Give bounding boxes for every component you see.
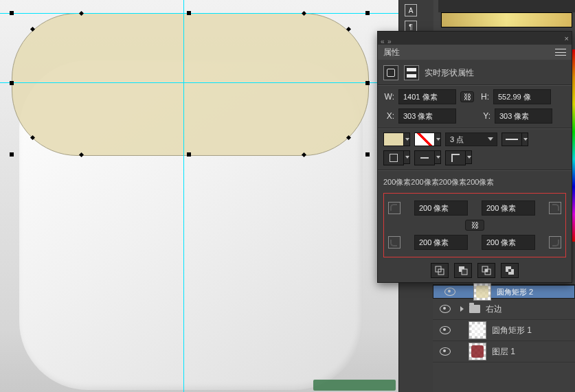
properties-tab[interactable]: 属性 xyxy=(378,45,572,60)
corner-br-icon[interactable] xyxy=(549,236,561,249)
visibility-eye-icon[interactable] xyxy=(444,288,455,296)
corner-tr-input[interactable] xyxy=(482,200,535,216)
width-label: W: xyxy=(383,92,394,102)
visibility-eye-icon[interactable] xyxy=(440,347,451,356)
layer-row[interactable]: 圆角矩形 1 xyxy=(433,320,575,341)
svg-rect-6 xyxy=(485,269,488,272)
close-icon[interactable]: × xyxy=(565,34,569,43)
corner-radii-summary: 200像素200像素200像素200像素 xyxy=(383,174,566,190)
layer-name: 圆角矩形 2 xyxy=(497,287,533,297)
link-radii-icon[interactable]: ⛓ xyxy=(465,220,484,231)
selection-handle[interactable] xyxy=(10,152,14,157)
layer-name: 圆角矩形 1 xyxy=(492,325,532,336)
selection-handle[interactable] xyxy=(365,152,370,157)
corner-bl-icon[interactable] xyxy=(388,236,401,249)
visibility-eye-icon[interactable] xyxy=(440,326,451,334)
gradient-preview xyxy=(438,0,575,28)
properties-panel: × 属性 实时形状属性 W: ⛓ H: X: Y: xyxy=(377,31,572,283)
collapse-left-icon[interactable] xyxy=(381,36,385,41)
stroke-weight-select[interactable] xyxy=(445,132,497,146)
stroke-swatch[interactable] xyxy=(414,132,441,146)
stroke-style-swatch[interactable] xyxy=(501,132,528,146)
height-input[interactable] xyxy=(493,89,551,104)
guide-vertical[interactable] xyxy=(183,0,184,392)
subtract-shapes-button[interactable] xyxy=(454,263,472,278)
gradient-bar[interactable] xyxy=(441,12,572,27)
corner-br-input[interactable] xyxy=(482,235,535,250)
stroke-weight-input[interactable] xyxy=(445,132,497,146)
guide-horizontal-mid[interactable] xyxy=(0,82,398,83)
properties-header: 实时形状属性 xyxy=(425,67,474,79)
selection-handle[interactable] xyxy=(365,11,370,15)
layer-row[interactable]: 图层 1 xyxy=(433,341,575,362)
layer-name: 图层 1 xyxy=(492,346,515,358)
selection-handle[interactable] xyxy=(187,152,191,157)
layer-thumbnail[interactable] xyxy=(469,321,486,339)
corner-radii-group: ⛓ xyxy=(383,193,566,257)
layer-thumbnail[interactable] xyxy=(473,283,491,301)
disclosure-triangle-icon[interactable] xyxy=(460,306,464,312)
shape-type-icon xyxy=(383,65,398,80)
combine-shapes-button[interactable] xyxy=(431,263,449,278)
link-wh-icon[interactable]: ⛓ xyxy=(460,91,474,102)
panel-menu-icon[interactable] xyxy=(555,49,566,56)
corner-tl-icon[interactable] xyxy=(388,202,401,214)
live-shape-icon xyxy=(404,65,419,80)
cap-style-button[interactable] xyxy=(414,150,441,165)
folder-icon xyxy=(469,305,480,313)
properties-tab-label: 属性 xyxy=(383,47,400,58)
y-label: Y: xyxy=(480,111,491,121)
height-label: H: xyxy=(478,92,489,102)
guide-horizontal-top[interactable] xyxy=(0,13,398,14)
selection-handle[interactable] xyxy=(187,11,191,15)
svg-rect-9 xyxy=(508,269,511,272)
corner-style-button[interactable] xyxy=(445,150,472,165)
collapse-right-icon[interactable] xyxy=(387,36,392,41)
intersect-shapes-button[interactable] xyxy=(477,263,495,278)
stroke-align-button[interactable] xyxy=(383,150,410,165)
corner-bl-input[interactable] xyxy=(414,235,468,250)
selection-handle[interactable] xyxy=(10,11,14,15)
corner-tl-input[interactable] xyxy=(414,200,468,216)
selection-handle[interactable] xyxy=(10,81,14,85)
canvas[interactable] xyxy=(0,0,398,392)
layers-panel: 圆角矩形 2右边圆角矩形 1图层 1 xyxy=(433,284,575,392)
fill-swatch[interactable] xyxy=(383,132,410,146)
x-input[interactable] xyxy=(398,108,456,124)
status-bar-fragment xyxy=(313,380,396,391)
layer-row[interactable]: 圆角矩形 2 xyxy=(433,285,575,299)
properties-titlebar[interactable]: × xyxy=(378,32,572,45)
y-input[interactable] xyxy=(495,108,552,124)
gradient-tab[interactable] xyxy=(438,0,575,12)
layer-row[interactable]: 右边 xyxy=(433,299,575,320)
layer-name: 右边 xyxy=(486,303,502,315)
layer-thumbnail[interactable] xyxy=(469,343,486,360)
svg-rect-3 xyxy=(462,269,467,275)
exclude-shapes-button[interactable] xyxy=(501,263,519,278)
selection-handle[interactable] xyxy=(365,81,370,85)
shape-rounded-rect-selected[interactable] xyxy=(12,13,369,156)
width-input[interactable] xyxy=(398,89,456,104)
corner-tr-icon[interactable] xyxy=(549,202,561,214)
character-panel-icon[interactable]: A xyxy=(405,4,417,16)
visibility-eye-icon[interactable] xyxy=(440,305,451,313)
x-label: X: xyxy=(383,111,394,121)
path-operations-row xyxy=(383,263,566,278)
